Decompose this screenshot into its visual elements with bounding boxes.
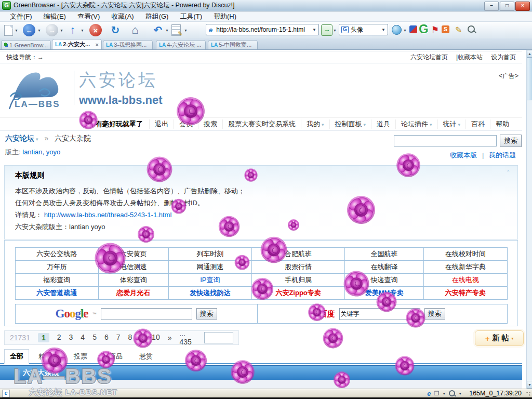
last-page-link[interactable]: ... 435 [179, 329, 196, 346]
nav-item-4[interactable]: 我的 [301, 119, 329, 129]
username-link[interactable]: 有毫好玩就罩了 [96, 119, 149, 129]
new-post-button[interactable]: + 新 帖 ▾ [475, 330, 524, 346]
service-link[interactable]: 福彩查询 [15, 274, 98, 287]
nav-item-8[interactable]: 统计 [437, 119, 466, 129]
next-pages-link[interactable]: » [168, 334, 172, 342]
nav-item-0[interactable]: 退出 [149, 119, 174, 129]
browser-tab-4[interactable]: LA4-六安论坛 ... [156, 40, 206, 49]
search-engine-dropdown-icon[interactable]: ▼ [381, 28, 388, 32]
refresh-button[interactable] [109, 24, 122, 36]
pages-dropdown-icon[interactable]: ▼ [442, 392, 446, 395]
restore-button[interactable] [500, 2, 514, 11]
page-link[interactable]: 6 [104, 333, 109, 342]
snap-icon[interactable]: S [442, 25, 449, 33]
go-button[interactable] [321, 24, 332, 36]
rules-detail-link[interactable]: http://www.la-bbs.net/thread-5243-1-1.ht… [44, 211, 172, 219]
scroll-down-icon[interactable]: ▼ [527, 381, 532, 389]
forward-dropdown-icon[interactable]: ▼ [60, 29, 63, 32]
proxy-dropdown-icon[interactable]: ▼ [403, 29, 407, 32]
service-link[interactable]: 在线电视 [424, 274, 507, 287]
service-link[interactable]: 恋爱月光石 [98, 287, 168, 300]
breadcrumb-root-link[interactable]: 六安论坛 [5, 134, 38, 142]
browser-tab-5[interactable]: LA5-中国救寞... [208, 40, 258, 49]
quick-nav-link-0[interactable]: 六安论坛首页 [410, 53, 448, 62]
menu-item-2[interactable]: 查看(V) [72, 12, 105, 20]
service-link[interactable]: 六安特产专卖 [424, 287, 507, 300]
type-tab-0[interactable]: 全部 [4, 349, 29, 364]
tab-close-icon[interactable]: × [96, 42, 99, 48]
zoom-status-icon[interactable] [449, 390, 455, 396]
page-link[interactable]: 3 [69, 333, 73, 342]
menu-item-4[interactable]: 群组(G) [140, 12, 175, 20]
quick-nav-link-2[interactable]: 设为首页 [491, 53, 516, 62]
undo-dropdown-icon[interactable]: ▼ [165, 29, 169, 32]
up-button[interactable] [66, 24, 79, 36]
nav-item-5[interactable]: 控制面板 [329, 119, 371, 129]
minimize-button[interactable] [484, 2, 499, 11]
go-dropdown-icon[interactable]: ▼ [333, 29, 337, 32]
service-link[interactable]: 在线校对时间 [424, 248, 507, 261]
address-dropdown-icon[interactable]: ▼ [312, 28, 316, 32]
favorite-board-link[interactable]: 收藏本版 [450, 151, 477, 159]
scroll-up-icon[interactable]: ▲ [527, 50, 532, 58]
forward-button[interactable] [46, 24, 58, 36]
undo-close-button[interactable] [152, 24, 164, 36]
service-link[interactable]: 万年历 [15, 261, 98, 274]
site-logo[interactable]: LA—BBS [5, 68, 70, 111]
my-topics-link[interactable]: 我的话题 [489, 151, 516, 159]
menu-item-3[interactable]: 收藏(A) [105, 12, 139, 20]
new-post-dropdown-icon[interactable]: ▾ [511, 336, 513, 341]
service-link[interactable]: 在线新华字典 [424, 261, 507, 274]
browser-tab-2[interactable]: LA2-六安大...× [52, 39, 102, 49]
browser-tab-1[interactable]: 1-GreenBrow... [1, 40, 51, 49]
ad-filter-icon[interactable] [409, 25, 417, 33]
site-url[interactable]: www.la-bbs.net [79, 94, 163, 107]
google-search-button[interactable]: 搜索 [196, 308, 217, 320]
flag-icon[interactable] [431, 24, 439, 35]
address-input[interactable] [215, 25, 312, 34]
type-tab-2[interactable]: 投票 [69, 350, 92, 363]
nav-item-9[interactable]: 百科 [466, 119, 490, 129]
service-link[interactable]: 发快递找韵达 [168, 287, 251, 300]
stop-button[interactable] [89, 24, 102, 36]
google-search-input[interactable] [101, 308, 192, 320]
search-engine-box[interactable]: G 头像 ▼ [339, 24, 388, 35]
collapse-panel-icon[interactable]: ˆ [507, 170, 509, 177]
quick-nav-label[interactable]: 快速导航：→ [6, 53, 44, 62]
page-current[interactable]: 1 [38, 333, 49, 342]
type-tab-4[interactable]: 悬赏 [134, 350, 158, 363]
service-link[interactable]: 六安公交线路 [15, 248, 98, 261]
service-link[interactable]: IP查询 [168, 274, 251, 287]
forum-search-button[interactable]: 搜索 [500, 135, 522, 147]
vertical-scrollbar[interactable]: ▲ ▼ [526, 50, 532, 389]
new-page-icon[interactable] [4, 25, 13, 36]
page-link[interactable]: 7 [116, 333, 121, 342]
nav-item-10[interactable]: 帮助 [490, 119, 514, 129]
page-link[interactable]: 4 [81, 333, 85, 342]
search-engine-value[interactable]: 头像 [351, 25, 363, 34]
form-dropdown-icon[interactable]: ▼ [184, 29, 188, 32]
baidu-search-button[interactable]: 搜索 [424, 308, 445, 320]
menu-item-1[interactable]: 编辑(E) [38, 12, 72, 20]
zoom-icon[interactable] [468, 25, 475, 33]
page-jump-input[interactable] [204, 332, 233, 343]
page-link[interactable]: 2 [57, 333, 61, 342]
moderators-links[interactable]: lantian, yoyo [22, 148, 60, 156]
resize-grip[interactable] [525, 391, 531, 397]
pages-icon[interactable]: ❐ [434, 390, 439, 397]
address-bar[interactable]: e ▼ [206, 24, 319, 35]
forum-search-input[interactable] [394, 135, 497, 147]
menu-item-6[interactable]: 帮助(H) [208, 12, 242, 20]
browser-tab-3[interactable]: LA3-我想换网... [103, 40, 153, 49]
nav-item-7[interactable]: 论坛插件 [395, 119, 437, 129]
nav-item-3[interactable]: 股票大赛实时交易系统 [222, 119, 301, 129]
scrollbar-thumb[interactable] [527, 58, 532, 100]
proxy-globe-icon[interactable] [392, 25, 402, 35]
service-link[interactable]: 全国航班 [345, 248, 424, 261]
menu-item-5[interactable]: 工具(T) [174, 12, 208, 20]
form-fill-icon[interactable] [171, 24, 181, 36]
menu-item-0[interactable]: 文件(F) [4, 12, 38, 20]
edit-icon[interactable] [455, 25, 462, 35]
zoom-dropdown-icon[interactable]: ▼ [458, 392, 462, 395]
page-link[interactable]: 5 [92, 333, 97, 342]
